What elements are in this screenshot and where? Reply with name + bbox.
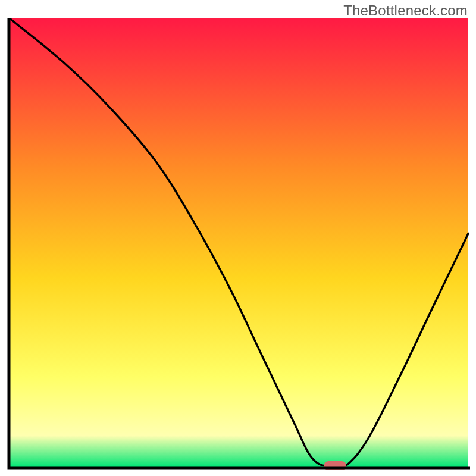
bottleneck-chart [7,18,470,470]
gradient-background [9,18,468,467]
watermark-text: TheBottleneck.com [343,2,468,19]
chart-stage: TheBottleneck.com [0,0,476,476]
chart-svg [7,18,470,470]
